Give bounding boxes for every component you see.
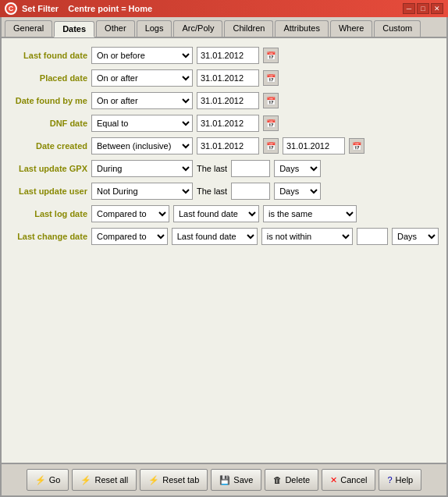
days-input-last-change[interactable] xyxy=(357,228,388,245)
reset-tab-button[interactable]: ⚡ Reset tab xyxy=(140,469,208,491)
days-select-user[interactable]: Days Weeks Months xyxy=(274,183,321,200)
delete-icon: 🗑 xyxy=(273,475,282,485)
select-date-created[interactable]: On or before On or after Equal to Betwee… xyxy=(91,137,193,154)
date1-date-found-by-me[interactable] xyxy=(197,92,259,109)
cond-select-last-change[interactable]: is the same is not within is before is a… xyxy=(261,228,353,245)
label-last-found-date: Last found date xyxy=(9,51,87,60)
content-spacer xyxy=(9,250,439,455)
select-date-found-by-me[interactable]: On or before On or after Equal to Betwee… xyxy=(91,92,193,109)
go-button[interactable]: ⚡ Go xyxy=(27,469,69,491)
select-last-update-gpx[interactable]: During Not During xyxy=(91,160,193,177)
label-dnf-date: DNF date xyxy=(9,119,87,128)
tab-general[interactable]: General xyxy=(5,20,52,37)
tab-other[interactable]: Other xyxy=(96,20,135,37)
label-date-found-by-me: Date found by me xyxy=(9,96,87,105)
tab-arcpoly[interactable]: Arc/Poly xyxy=(173,20,222,37)
the-last-user-label: The last xyxy=(197,186,227,196)
the-last-gpx-label: The last xyxy=(197,164,227,173)
title-controls: ─ □ ✕ xyxy=(403,3,443,14)
cal-btn-placed-date[interactable]: 📅 xyxy=(263,70,279,86)
tab-attributes[interactable]: Attributes xyxy=(275,20,328,37)
tab-where[interactable]: Where xyxy=(330,20,372,37)
days-select-gpx[interactable]: Days Weeks Months xyxy=(274,160,321,177)
date1-placed-date[interactable] xyxy=(197,69,259,87)
cond-select-last-log[interactable]: is the same is not within is before is a… xyxy=(263,205,357,222)
reset-tab-icon: ⚡ xyxy=(148,475,159,485)
main-window: General Dates Other Logs Arc/Poly Childr… xyxy=(0,17,448,497)
save-icon: 💾 xyxy=(219,475,230,485)
row-placed-date: Placed date On or before On or after Equ… xyxy=(9,69,439,87)
select-last-found-date[interactable]: On or before On or after Equal to Betwee… xyxy=(91,47,193,64)
label-last-log-date: Last log date xyxy=(9,209,87,218)
close-button[interactable]: ✕ xyxy=(431,3,443,14)
found-select-last-change[interactable]: Last found date Placed date Date found b… xyxy=(172,228,258,245)
label-last-change-date: Last change date xyxy=(9,232,87,241)
help-icon: ? xyxy=(387,475,392,485)
tab-dates[interactable]: Dates xyxy=(54,21,94,37)
delete-button[interactable]: 🗑 Delete xyxy=(265,469,318,491)
tab-children[interactable]: Children xyxy=(224,20,273,37)
row-last-found-date: Last found date On or before On or after… xyxy=(9,46,439,65)
cal-btn-dnf-date[interactable]: 📅 xyxy=(263,115,279,131)
row-date-created: Date created On or before On or after Eq… xyxy=(9,137,439,155)
window-title: Set Filter Centre point = Home xyxy=(22,4,152,13)
maximize-button[interactable]: □ xyxy=(417,3,429,14)
app-icon: C xyxy=(5,2,17,15)
days-input-gpx[interactable] xyxy=(231,160,270,177)
save-button[interactable]: 💾 Save xyxy=(211,469,261,491)
content-area: Last found date On or before On or after… xyxy=(2,38,446,463)
compared-select-last-log[interactable]: Compared to xyxy=(91,205,169,222)
help-button[interactable]: ? Help xyxy=(379,469,421,491)
days-input-user[interactable] xyxy=(231,183,270,200)
tab-bar: General Dates Other Logs Arc/Poly Childr… xyxy=(2,17,446,38)
tab-custom[interactable]: Custom xyxy=(374,20,421,37)
row-dnf-date: DNF date On or before On or after Equal … xyxy=(9,114,439,133)
date1-last-found-date[interactable] xyxy=(197,47,259,64)
title-bar: C Set Filter Centre point = Home ─ □ ✕ xyxy=(0,0,448,17)
compared-select-last-change[interactable]: Compared to xyxy=(91,228,168,245)
days-select-last-change[interactable]: Days Weeks Months xyxy=(392,228,439,245)
select-last-update-user[interactable]: During Not During xyxy=(91,183,193,200)
found-select-last-log[interactable]: Last found date Placed date Date found b… xyxy=(173,205,259,222)
button-bar: ⚡ Go ⚡ Reset all ⚡ Reset tab 💾 Save 🗑 De… xyxy=(2,463,446,495)
minimize-button[interactable]: ─ xyxy=(403,3,415,14)
cal-btn-date-found-by-me[interactable]: 📅 xyxy=(263,93,279,108)
cancel-button[interactable]: ✕ Cancel xyxy=(322,469,375,491)
label-last-update-gpx: Last update GPX xyxy=(9,164,87,173)
tab-logs[interactable]: Logs xyxy=(137,20,172,37)
select-placed-date[interactable]: On or before On or after Equal to Betwee… xyxy=(91,69,193,87)
cal-btn-date-created-1[interactable]: 📅 xyxy=(263,138,279,154)
label-date-created: Date created xyxy=(9,141,87,151)
cal-btn-last-found-date[interactable]: 📅 xyxy=(263,48,279,63)
go-icon: ⚡ xyxy=(35,475,46,485)
date2-date-created[interactable] xyxy=(283,137,345,154)
row-date-found-by-me: Date found by me On or before On or afte… xyxy=(9,91,439,110)
cancel-icon: ✕ xyxy=(330,475,337,485)
row-last-update-gpx: Last update GPX During Not During The la… xyxy=(9,159,439,178)
cal-btn-date-created-2[interactable]: 📅 xyxy=(349,138,364,154)
select-dnf-date[interactable]: On or before On or after Equal to Betwee… xyxy=(91,115,193,132)
row-last-update-user: Last update user During Not During The l… xyxy=(9,182,439,201)
date1-date-created[interactable] xyxy=(197,137,259,154)
label-placed-date: Placed date xyxy=(9,73,87,83)
reset-all-button[interactable]: ⚡ Reset all xyxy=(72,469,137,491)
row-last-change-date: Last change date Compared to Last found … xyxy=(9,227,439,246)
date1-dnf-date[interactable] xyxy=(197,115,259,132)
reset-all-icon: ⚡ xyxy=(80,475,91,485)
label-last-update-user: Last update user xyxy=(9,186,87,196)
row-last-log-date: Last log date Compared to Last found dat… xyxy=(9,204,439,223)
